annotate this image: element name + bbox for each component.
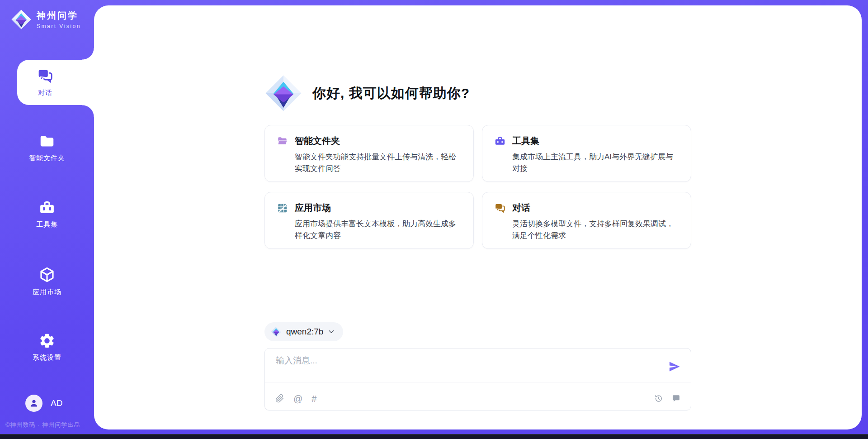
diamond-logo-icon	[271, 326, 282, 337]
sidebar-item-label: 对话	[38, 89, 52, 97]
user-account[interactable]: AD	[25, 395, 62, 412]
card-description: 灵活切换多模型文件，支持多样回复效果调试，满足个性化需求	[512, 218, 679, 242]
sidebar-item-app-market[interactable]: 应用市场	[0, 266, 94, 296]
chat-icon	[37, 67, 54, 85]
send-button[interactable]	[668, 360, 681, 373]
composer: qwen2:7b @	[264, 322, 691, 410]
toolbox-icon	[38, 199, 56, 216]
sidebar-item-chat[interactable]: 对话	[17, 60, 94, 105]
history-button[interactable]	[654, 394, 663, 403]
at-icon: @	[293, 394, 302, 403]
brand: 神州问学 Smart Vision	[11, 9, 81, 30]
brand-name: 神州问学	[37, 10, 81, 22]
tab-notch-top	[82, 48, 94, 60]
model-name: qwen2:7b	[286, 327, 323, 337]
card-title: 对话	[512, 202, 530, 214]
card-description: 集成市场上主流工具，助力AI与外界无缝扩展与对接	[512, 151, 679, 175]
greeting-logo-icon	[264, 74, 302, 112]
folder-icon	[38, 133, 56, 150]
composer-divider	[265, 382, 691, 382]
message-input[interactable]	[276, 355, 662, 379]
brand-logo-icon	[11, 9, 32, 30]
card-description: 应用市场提供丰富长文本模板，助力高效生成多样化文章内容	[295, 218, 462, 242]
avatar	[25, 395, 42, 412]
card-title: 智能文件夹	[295, 135, 340, 147]
card-title: 工具集	[512, 135, 539, 147]
user-avatar-icon	[28, 398, 39, 409]
sidebar-item-toolset[interactable]: 工具集	[0, 199, 94, 229]
toolbox-icon	[494, 135, 506, 147]
model-selector[interactable]: qwen2:7b	[264, 322, 343, 341]
app-grid-icon	[277, 202, 288, 214]
cube-icon	[38, 266, 56, 284]
sidebar-footer: ©神州数码 · 神州问学出品	[5, 421, 96, 429]
feature-cards: 智能文件夹 智能文件夹功能支持批量文件上传与清洗，轻松实现文件问答 工具集 集成…	[264, 125, 691, 249]
gear-icon	[38, 332, 56, 349]
attach-file-button[interactable]	[275, 394, 284, 403]
sidebar-item-smart-folder[interactable]: 智能文件夹	[0, 133, 94, 162]
card-smart-folder[interactable]: 智能文件夹 智能文件夹功能支持批量文件上传与清洗，轻松实现文件问答	[264, 125, 474, 182]
new-chat-button[interactable]	[671, 394, 681, 403]
sidebar-item-label: 系统设置	[33, 353, 61, 362]
hashtag-button[interactable]: #	[311, 394, 316, 403]
card-chat[interactable]: 对话 灵活切换多模型文件，支持多样回复效果调试，满足个性化需求	[482, 192, 691, 249]
sidebar-item-label: 应用市场	[33, 288, 61, 296]
sidebar-item-label: 工具集	[36, 220, 58, 229]
card-toolset[interactable]: 工具集 集成市场上主流工具，助力AI与外界无缝扩展与对接	[482, 125, 691, 182]
main-panel: 你好, 我可以如何帮助你? 智能文件夹 智能文件夹功能支持批量文件上传与清洗，轻…	[94, 5, 862, 429]
sidebar: 神州问学 Smart Vision 对话 智能文件夹	[0, 0, 94, 439]
history-icon	[654, 394, 663, 403]
brand-subtitle: Smart Vision	[37, 23, 81, 29]
paperclip-icon	[275, 394, 284, 403]
tab-notch-bottom	[82, 105, 94, 117]
card-title: 应用市场	[295, 202, 331, 214]
bottom-bar	[0, 434, 868, 439]
greeting: 你好, 我可以如何帮助你?	[264, 74, 691, 112]
message-input-box: @ #	[264, 348, 691, 410]
card-description: 智能文件夹功能支持批量文件上传与清洗，轻松实现文件问答	[295, 151, 462, 175]
mention-button[interactable]: @	[293, 394, 302, 403]
chevron-down-icon	[328, 328, 335, 335]
hash-icon: #	[311, 394, 316, 403]
send-icon	[668, 360, 681, 373]
folder-open-icon	[277, 135, 288, 147]
chat-bubble-icon	[671, 394, 681, 403]
sidebar-item-settings[interactable]: 系统设置	[0, 332, 94, 362]
sidebar-item-label: 智能文件夹	[29, 154, 65, 162]
user-name: AD	[51, 398, 62, 408]
chat-bubble-icon	[494, 202, 506, 214]
greeting-title: 你好, 我可以如何帮助你?	[312, 84, 470, 103]
card-app-market[interactable]: 应用市场 应用市场提供丰富长文本模板，助力高效生成多样化文章内容	[264, 192, 474, 249]
